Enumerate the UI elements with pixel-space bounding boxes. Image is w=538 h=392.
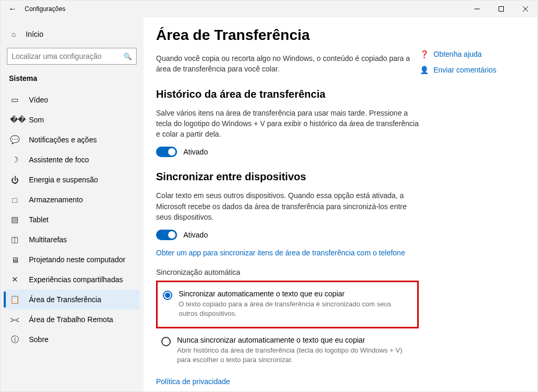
history-heading: Histórico da área de transferência xyxy=(156,88,419,100)
clipboard-icon: 📋 xyxy=(10,295,19,304)
auto-sync-subheading: Sincronização automática xyxy=(156,268,419,276)
history-desc: Salve vários itens na área de transferên… xyxy=(156,108,419,140)
titlebar: ← Configurações xyxy=(1,1,537,17)
close-icon xyxy=(523,6,528,12)
search-icon: 🔍 xyxy=(123,53,132,60)
sync-toggle[interactable] xyxy=(156,230,177,240)
sidebar-item-multitasking[interactable]: ◫Multitarefas xyxy=(4,230,140,250)
sidebar-item-remote-desktop[interactable]: ><Área de Trabalho Remota xyxy=(4,310,140,329)
radio-checked-icon xyxy=(163,291,172,300)
sync-desc: Colar texto em seus outros dispositivos.… xyxy=(156,190,419,222)
history-toggle-label: Ativado xyxy=(183,148,208,156)
radio-auto-sync-label: Sincronizar automaticamente o texto que … xyxy=(179,290,408,298)
notifications-icon: 💬 xyxy=(10,135,19,145)
about-icon: ⓘ xyxy=(10,335,19,345)
sidebar-item-storage[interactable]: □Armazenamento xyxy=(4,190,140,210)
sidebar-item-projecting[interactable]: 🖥Projetando neste computador xyxy=(4,250,140,270)
sidebar-item-about[interactable]: ⓘSobre xyxy=(4,329,140,349)
home-icon: ⌂ xyxy=(9,30,18,38)
home-link[interactable]: ⌂ Início xyxy=(4,25,140,44)
sync-toggle-label: Ativado xyxy=(183,231,208,239)
content-area: Área de Transferência Quando você copia … xyxy=(143,17,537,392)
video-icon: ▭ xyxy=(10,95,19,105)
radio-auto-sync-desc: O texto copiado para a área de transferê… xyxy=(179,300,408,318)
maximize-icon xyxy=(499,6,504,12)
svg-rect-1 xyxy=(499,7,504,12)
sidebar-section-label: Sistema xyxy=(4,73,140,90)
feedback-icon: 👤 xyxy=(420,66,428,74)
sync-heading: Sincronizar entre dispositivos xyxy=(156,171,419,183)
app-title: Configurações xyxy=(25,5,65,13)
sidebar-item-focus-assist[interactable]: ☽Assistente de foco xyxy=(4,150,140,170)
send-feedback-link[interactable]: Enviar comentários xyxy=(433,66,496,74)
page-title: Área de Transferência xyxy=(156,27,419,44)
minimize-button[interactable] xyxy=(465,1,489,17)
sidebar-item-shared-experiences[interactable]: ✕Experiências compartilhadas xyxy=(4,270,140,290)
storage-icon: □ xyxy=(10,195,19,204)
help-icon: ❓ xyxy=(420,50,428,58)
multitask-icon: ◫ xyxy=(10,235,19,244)
sidebar-item-notifications[interactable]: 💬Notificações e ações xyxy=(4,130,140,150)
home-label: Início xyxy=(26,30,43,38)
tablet-icon: ▤ xyxy=(10,215,19,224)
projecting-icon: 🖥 xyxy=(10,255,19,264)
search-input[interactable] xyxy=(12,52,123,60)
minimize-icon xyxy=(474,6,480,12)
sidebar-item-tablet[interactable]: ▤Tablet xyxy=(4,210,140,230)
maximize-button[interactable] xyxy=(489,1,513,17)
sidebar-item-clipboard[interactable]: 📋Área de Transferência xyxy=(4,290,140,310)
get-app-link[interactable]: Obter um app para sincronizar itens de á… xyxy=(156,249,405,257)
power-icon: ⏻ xyxy=(10,176,19,184)
history-toggle[interactable] xyxy=(156,147,177,157)
search-box[interactable]: 🔍 xyxy=(7,48,137,65)
sidebar: ⌂ Início 🔍 Sistema ▭Vídeo ��Som 💬Notific… xyxy=(1,17,143,392)
intro-text: Quando você copia ou recorta algo no Win… xyxy=(156,53,419,75)
radio-never-sync-label: Nunca sincronizar automaticamente o text… xyxy=(177,336,409,344)
back-button[interactable]: ← xyxy=(1,1,25,17)
radio-auto-sync[interactable]: Sincronizar automaticamente o texto que … xyxy=(163,287,408,321)
sidebar-item-power[interactable]: ⏻Energia e suspensão xyxy=(4,170,140,190)
shared-icon: ✕ xyxy=(10,275,19,284)
radio-never-sync[interactable]: Nunca sincronizar automaticamente o text… xyxy=(161,334,409,367)
remote-icon: >< xyxy=(10,315,19,324)
privacy-link[interactable]: Política de privacidade xyxy=(156,377,230,386)
highlighted-radio-box: Sincronizar automaticamente o texto que … xyxy=(156,281,419,328)
sidebar-item-sound[interactable]: ��Som xyxy=(4,110,140,130)
radio-unchecked-icon xyxy=(161,337,171,346)
focus-icon: ☽ xyxy=(10,155,19,164)
close-button[interactable] xyxy=(513,1,537,17)
sidebar-item-video[interactable]: ▭Vídeo xyxy=(4,90,140,110)
radio-never-sync-desc: Abrir histórico da área de transferência… xyxy=(177,346,409,365)
get-help-link[interactable]: Obtenha ajuda xyxy=(433,50,482,58)
sound-icon: �� xyxy=(10,115,19,125)
